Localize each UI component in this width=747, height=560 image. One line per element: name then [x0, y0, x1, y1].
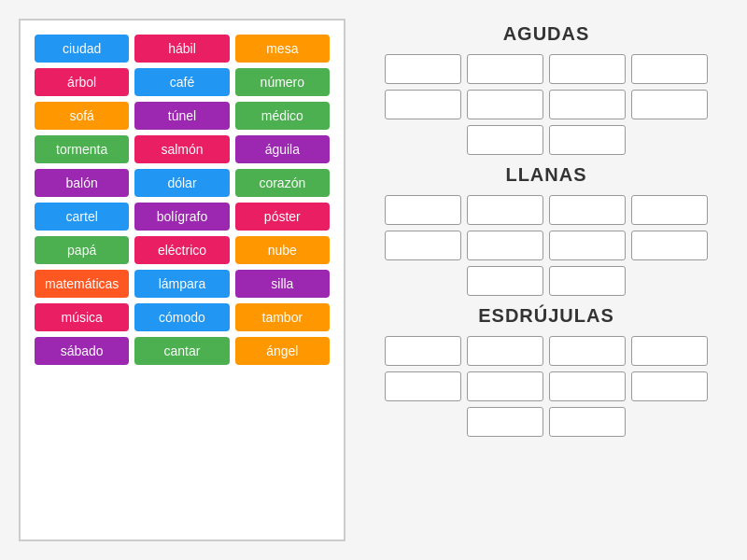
word-tile[interactable]: nube [235, 236, 330, 264]
word-tile[interactable]: bolígrafo [134, 203, 229, 231]
drop-box[interactable] [631, 371, 708, 401]
drop-row [467, 407, 626, 437]
drop-box[interactable] [467, 231, 543, 260]
drop-row [385, 371, 708, 401]
drop-box[interactable] [385, 231, 461, 260]
drop-box[interactable] [549, 90, 626, 119]
drop-row [385, 195, 708, 225]
drop-box[interactable] [549, 336, 626, 366]
drop-box[interactable] [467, 195, 543, 225]
drop-box[interactable] [631, 54, 708, 84]
drop-row [385, 231, 708, 260]
word-tile[interactable]: cartel [35, 203, 129, 231]
drop-box[interactable] [549, 266, 626, 296]
category-section-llanas: LLANAS [364, 164, 728, 296]
word-tile[interactable]: sofá [35, 102, 129, 130]
word-tile[interactable]: mesa [235, 35, 330, 63]
word-tile[interactable]: tormenta [35, 135, 129, 163]
drop-box[interactable] [549, 407, 626, 437]
drop-box[interactable] [385, 54, 461, 84]
word-tile[interactable]: corazón [235, 169, 330, 197]
drop-box[interactable] [467, 54, 543, 84]
drop-box[interactable] [467, 371, 543, 401]
category-title-agudas: AGUDAS [503, 23, 590, 45]
word-tile[interactable]: águila [235, 135, 330, 163]
drop-box[interactable] [467, 125, 543, 155]
drop-box[interactable] [467, 90, 543, 119]
word-tile[interactable]: número [235, 68, 330, 96]
word-tile[interactable]: papá [35, 236, 129, 264]
category-section-esdrújulas: ESDRÚJULAS [364, 305, 728, 437]
word-tile[interactable]: médico [235, 102, 330, 130]
drop-box[interactable] [549, 231, 626, 260]
drop-box[interactable] [467, 266, 543, 296]
category-section-agudas: AGUDAS [364, 23, 728, 155]
drop-box[interactable] [549, 125, 626, 155]
drop-box[interactable] [385, 195, 461, 225]
drop-box[interactable] [385, 90, 461, 119]
word-tile[interactable]: árbol [35, 68, 129, 96]
word-tile[interactable]: salmón [134, 135, 229, 163]
drop-box[interactable] [549, 195, 626, 225]
word-tile[interactable]: ciudad [35, 35, 129, 63]
word-tile[interactable]: matemáticas [35, 270, 129, 298]
drop-row [467, 266, 626, 296]
categories-panel: AGUDASLLANASESDRÚJULAS [364, 19, 728, 541]
word-tile[interactable]: dólar [134, 169, 229, 197]
drop-box[interactable] [631, 90, 708, 119]
word-tile[interactable]: lámpara [134, 270, 229, 298]
word-tile[interactable]: póster [235, 203, 330, 231]
category-title-esdrújulas: ESDRÚJULAS [478, 305, 614, 327]
word-tile[interactable]: cómodo [134, 303, 229, 331]
word-tile[interactable]: hábil [134, 35, 229, 63]
word-tile[interactable]: tambor [235, 303, 330, 331]
drop-box[interactable] [549, 371, 626, 401]
drop-row [467, 125, 626, 155]
drop-row [385, 54, 708, 84]
drop-row [385, 336, 708, 366]
word-tile[interactable]: ángel [235, 337, 330, 365]
category-title-llanas: LLANAS [505, 164, 586, 186]
drop-box[interactable] [385, 336, 461, 366]
word-tile[interactable]: sábado [35, 337, 129, 365]
drop-box[interactable] [467, 407, 543, 437]
drop-box[interactable] [631, 195, 708, 225]
drop-row [385, 90, 708, 119]
word-tile[interactable]: túnel [134, 102, 229, 130]
word-tile[interactable]: silla [235, 270, 330, 298]
drop-box[interactable] [385, 371, 461, 401]
drop-box[interactable] [631, 336, 708, 366]
word-tile[interactable]: música [35, 303, 129, 331]
drop-box[interactable] [549, 54, 626, 84]
word-tile[interactable]: café [134, 68, 229, 96]
word-tile[interactable]: balón [35, 169, 129, 197]
word-tile[interactable]: eléctrico [134, 236, 229, 264]
word-tiles-panel: ciudadhábilmesaárbolcafénúmerosofátúnelm… [19, 19, 345, 541]
word-tile[interactable]: cantar [134, 337, 229, 365]
drop-box[interactable] [631, 231, 708, 260]
drop-box[interactable] [467, 336, 543, 366]
